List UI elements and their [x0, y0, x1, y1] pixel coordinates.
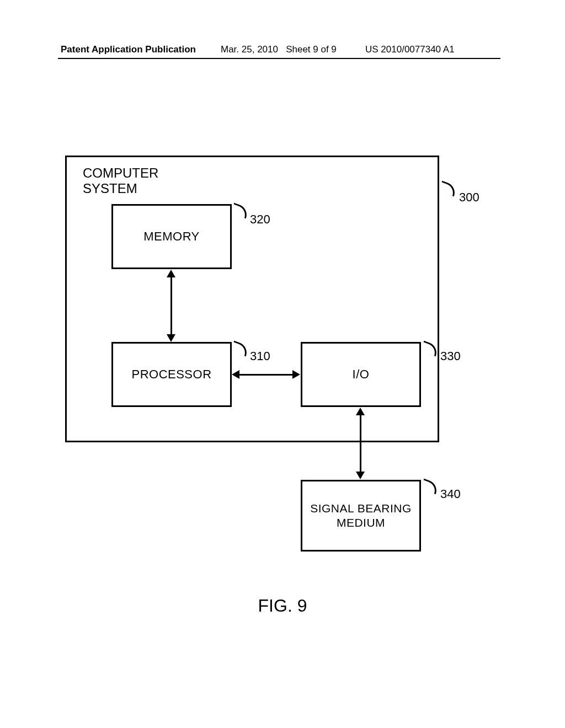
label-signal-bearing-medium: SIGNAL BEARING MEDIUM [302, 501, 419, 531]
ref-320: 320 [250, 212, 270, 227]
figure-caption: FIG. 9 [0, 596, 565, 616]
connector-processor-io [238, 374, 294, 376]
connector-memory-processor [170, 276, 172, 336]
ref-340: 340 [440, 487, 461, 501]
label-memory: MEMORY [143, 229, 200, 244]
arrowhead-up-icon [356, 408, 365, 415]
label-io: I/O [353, 367, 370, 382]
header-pubno: US 2010/0077340 A1 [365, 44, 455, 55]
ref-310: 310 [250, 349, 270, 363]
header-rule [58, 58, 500, 59]
box-io: I/O [301, 342, 421, 407]
ref-330: 330 [440, 349, 461, 363]
header-date: Mar. 25, 2010 [221, 44, 278, 55]
box-signal-bearing-medium: SIGNAL BEARING MEDIUM [301, 480, 421, 552]
header-date-sheet: Mar. 25, 2010 Sheet 9 of 9 [221, 44, 337, 55]
arrowhead-left-icon [232, 370, 239, 379]
label-computer-system: COMPUTER SYSTEM [83, 165, 158, 196]
ref-300: 300 [459, 190, 479, 205]
header-publication-type: Patent Application Publication [61, 44, 196, 55]
box-memory: MEMORY [111, 204, 232, 269]
arrowhead-down-icon [167, 334, 175, 342]
arrowhead-up-icon [167, 270, 175, 277]
label-processor: PROCESSOR [131, 367, 211, 382]
leader-300 [438, 180, 457, 196]
header-sheet: Sheet 9 of 9 [286, 44, 337, 55]
arrowhead-down-icon [356, 472, 365, 479]
connector-io-medium [360, 414, 361, 473]
page-header: Patent Application Publication Mar. 25, … [0, 44, 565, 58]
leader-340 [420, 478, 439, 494]
box-processor: PROCESSOR [111, 342, 232, 407]
arrowhead-right-icon [292, 370, 300, 379]
